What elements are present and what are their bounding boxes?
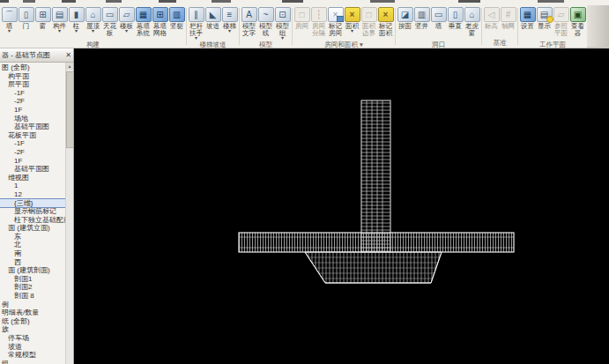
tree-item-label: 柱下独立基础配筋详图 (14, 216, 73, 224)
dropdown-arrow-icon (221, 30, 238, 33)
browser-tree-item[interactable]: 面 (建筑剖面) (0, 266, 73, 275)
ribbon-button-area[interactable]: × 面积 (344, 7, 360, 33)
ribbon-button-viewer[interactable]: ▣ 查看器 (569, 7, 586, 41)
3d-viewport[interactable] (74, 48, 609, 364)
ribbon-button-stair[interactable]: ≡ 楼梯 (221, 7, 238, 33)
ribbon-group-build: ⌒ 墙 ▯ 门 ⊞ 窗 ▤ 构件 ▮ 柱 ⌂ 屋顶 ▭ 天花板 ▱ 楼板 ▦ 幕… (0, 5, 186, 48)
browser-tree-item[interactable]: 层平面 (0, 80, 73, 89)
ribbon-button-component[interactable]: ▤ 构件 (51, 7, 68, 33)
ribbon-button-door[interactable]: ▯ 门 (18, 7, 34, 33)
ribbon-button-area-boundary[interactable]: □ 面积边界 (360, 7, 377, 41)
browser-tree-item[interactable]: 柱下独立基础配筋详图 (0, 216, 73, 225)
ribbon-button-room[interactable]: □ 房间 (293, 7, 310, 33)
browser-tree-item[interactable]: -1F (0, 89, 73, 98)
ribbon-button-set-workplane[interactable]: ▦ 设置 (519, 7, 536, 33)
tree-item-label: -1F (14, 89, 25, 97)
column-rebar-wireframe[interactable] (361, 100, 390, 252)
ribbon-button-railing[interactable]: ∥ 栏杆扶手 (188, 7, 204, 41)
ribbon-button-mullion[interactable]: ▥ 竖梃 (168, 7, 185, 33)
browser-tree-item[interactable]: 1F (0, 106, 73, 115)
browser-tree-item[interactable]: 图 (全部) (0, 63, 73, 72)
browser-tree-item[interactable]: -2F (0, 97, 73, 106)
browser-tree-item[interactable]: 北 (0, 241, 73, 249)
ribbon-button-shaft-opening[interactable]: ▥ 竖井 (413, 7, 430, 33)
browser-tree-item[interactable]: 族 (0, 325, 73, 334)
browser-tree-item[interactable]: 1F (0, 157, 73, 166)
browser-tree-item[interactable]: 西 (0, 258, 73, 267)
ribbon-button-model-group[interactable]: ⊡ 模型组 (274, 7, 291, 41)
ribbon-button-dormer-opening[interactable]: ⌂ 老虎窗 (464, 7, 480, 41)
browser-tree-item[interactable]: 停车场 (0, 334, 73, 343)
door-icon: ▯ (19, 7, 34, 22)
dropdown-arrow-icon (536, 30, 553, 33)
scroll-up-icon[interactable]: ▲ (66, 63, 73, 70)
ribbon-button-tag-room[interactable]: × 标记房间 (327, 7, 344, 41)
ribbon-button-label: 垂直 (447, 23, 464, 30)
window-icon: ⊞ (35, 7, 51, 22)
browser-tree-item[interactable]: 1 (0, 182, 73, 190)
browser-tree-item[interactable]: 明细表/数量 (0, 308, 73, 317)
close-icon[interactable]: ✕ (63, 48, 73, 62)
browser-tree-item[interactable]: 剖面2 (0, 283, 73, 292)
ribbon-button-label: 轴网 (500, 23, 516, 30)
ribbon-button-wall-opening[interactable]: ▭ 墙 (430, 7, 447, 33)
scrollbar-thumb[interactable] (66, 71, 74, 148)
ribbon-button-model-text[interactable]: A 模型文字 (241, 7, 257, 41)
ribbon-button-floor[interactable]: ▱ 楼板 (118, 7, 135, 33)
browser-tree-item[interactable]: -1F (0, 139, 73, 148)
browser-scrollbar[interactable]: ▲ (65, 63, 73, 364)
browser-tree-item[interactable]: 常规模型 (0, 351, 73, 360)
browser-tree-item[interactable]: 基础平面图 (0, 123, 73, 131)
browser-tree-item[interactable]: 场地 (0, 115, 73, 123)
ribbon-button-window[interactable]: ⊞ 窗 (34, 7, 51, 33)
slab-rebar-wireframe[interactable] (239, 233, 514, 252)
ribbon-button-show-workplane[interactable]: ▤ 显示 (536, 7, 553, 33)
browser-tree-item[interactable]: 坡道 (0, 343, 73, 352)
browser-tree-item[interactable]: {三维} (0, 199, 73, 208)
ribbon-button-column[interactable]: ▮ 柱 (68, 7, 85, 33)
browser-tree-item[interactable]: 显示钢筋标记 (0, 207, 73, 216)
ribbon-button-label: 门 (18, 23, 34, 30)
ribbon-button-curtain-system[interactable]: ▦ 幕墙系统 (135, 7, 152, 41)
browser-tree-item[interactable]: 南 (0, 249, 73, 258)
tree-item-label: 场地 (14, 115, 28, 123)
tree-item-label: 停车场 (8, 334, 29, 342)
tree-item-label: 1F (14, 157, 22, 165)
ribbon-button-vertical-opening[interactable]: ▯ 垂直 (447, 7, 464, 33)
ribbon-button-roof[interactable]: ⌂ 屋顶 (85, 7, 101, 33)
browser-tree-item[interactable]: 花板平面 (0, 131, 73, 140)
ribbon-button-room-separator[interactable]: ┆ 房间分隔 (310, 7, 327, 41)
ribbon-button-wall[interactable]: ⌒ 墙 (1, 7, 18, 33)
dropdown-arrow-icon (519, 30, 536, 33)
stair-icon: ≡ (222, 7, 238, 22)
browser-tree-item[interactable]: 面 (建筑立面) (0, 224, 73, 233)
ribbon-button-model-line[interactable]: ~ 模型线 (257, 7, 274, 41)
ribbon-button-curtain-grid[interactable]: ⊞ 幕墙网格 (152, 7, 168, 41)
tree-item-label: 基础平面图 (14, 123, 49, 130)
ribbon-button-grid-datum[interactable]: # 轴网 (500, 7, 516, 33)
browser-tree-item[interactable]: 例 (0, 301, 73, 309)
ribbon-button-ramp[interactable]: ◣ 坡道 (204, 7, 221, 33)
ribbon-button-ref-plane[interactable]: ▱ 参照平面 (553, 7, 569, 41)
browser-tree-item[interactable]: 12 (0, 190, 73, 199)
dropdown-arrow-icon (413, 30, 430, 33)
browser-tree-item[interactable]: 基础平面图 (0, 165, 73, 174)
browser-tree-item[interactable]: 构平面 (0, 72, 73, 81)
browser-tree-item[interactable]: 剖面1 (0, 275, 73, 284)
browser-tree-item[interactable]: 维视图 (0, 174, 73, 182)
tree-item-label: 1 (14, 182, 18, 189)
ribbon-button-level[interactable]: ◁ 标高 (483, 7, 500, 33)
group-label-room-area[interactable]: 房间和面积 ▾ (293, 41, 394, 48)
browser-tree-item[interactable]: 组 (0, 360, 73, 364)
ribbon-button-tag-area[interactable]: × 标记面积 (377, 7, 394, 41)
ribbon-group-opening: ◪ 按面 ▥ 竖井 ▭ 墙 ▯ 垂直 ⌂ 老虎窗 洞口 (396, 5, 481, 48)
ribbon-button-opening-by-face[interactable]: ◪ 按面 (397, 7, 413, 33)
footing-rebar-wireframe[interactable] (305, 252, 442, 283)
roof-icon: ⌂ (85, 7, 101, 22)
ribbon-button-ceiling[interactable]: ▭ 天花板 (101, 7, 118, 41)
browser-tree-item[interactable]: -2F (0, 148, 73, 157)
browser-tree-item[interactable]: 东 (0, 233, 73, 241)
browser-tree-item[interactable]: 剖面 8 (0, 292, 73, 301)
project-browser-header: 器 - 基础节点图 ✕ (0, 48, 73, 63)
browser-tree-item[interactable]: 纸 (全部) (0, 317, 73, 326)
